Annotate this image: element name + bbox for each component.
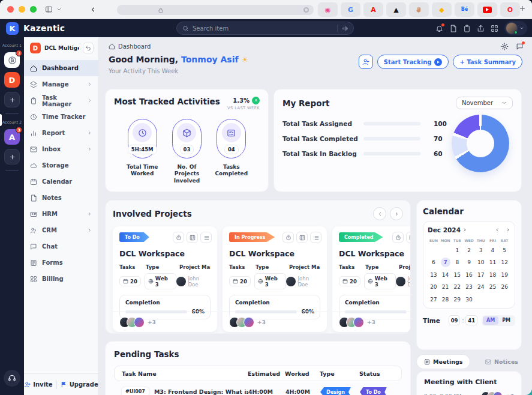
behance-extension-icon[interactable]: Bé bbox=[455, 2, 474, 17]
breadcrumb[interactable]: Dashboard bbox=[109, 43, 151, 50]
calendar-day[interactable]: 11 bbox=[487, 258, 499, 267]
sidebar-item-forms[interactable]: Forms bbox=[24, 255, 98, 271]
apps-grid-button[interactable] bbox=[491, 25, 498, 32]
documents-button[interactable] bbox=[449, 25, 457, 32]
calendar-day[interactable]: 13 bbox=[428, 270, 440, 280]
calendar-day[interactable]: 5 bbox=[498, 246, 510, 255]
project-card-0[interactable]: To Do DCL Workspace Tasks Type Project M… bbox=[113, 226, 217, 332]
calendar-day[interactable]: 1 bbox=[451, 246, 463, 255]
adobe-extension-icon[interactable]: A bbox=[363, 2, 383, 17]
month-dropdown[interactable]: November bbox=[456, 97, 513, 109]
calendar-day-selected[interactable]: 7 bbox=[441, 258, 450, 267]
calendar-day[interactable]: 24 bbox=[475, 282, 487, 292]
zoom-window-button[interactable] bbox=[30, 6, 37, 13]
back-button[interactable] bbox=[89, 6, 97, 13]
add-workspace-button-2[interactable] bbox=[4, 149, 20, 164]
pm-option[interactable]: PM bbox=[498, 316, 514, 325]
workspace-switcher[interactable]: D DCL Multigent... bbox=[24, 37, 98, 58]
calendar-day[interactable]: 20 bbox=[428, 282, 440, 292]
kanban-button[interactable] bbox=[296, 232, 308, 243]
youtube-extension-icon[interactable] bbox=[477, 2, 497, 17]
calendar-day[interactable]: 22 bbox=[451, 282, 463, 292]
calendar-day[interactable]: 17 bbox=[475, 270, 487, 280]
list-button[interactable] bbox=[200, 232, 212, 243]
account-dcl-button[interactable]: D bbox=[4, 72, 20, 88]
sidebar-item-inbox[interactable]: Inbox bbox=[24, 141, 98, 157]
add-workspace-button-1[interactable] bbox=[4, 92, 20, 107]
sidebar-item-time-tracker[interactable]: Time Tracker bbox=[24, 109, 98, 125]
calendar-day[interactable]: 30 bbox=[463, 295, 475, 304]
timer-button[interactable] bbox=[282, 232, 294, 243]
sidebar-item-task-manager[interactable]: Task Manager bbox=[24, 92, 98, 109]
feedback-button[interactable] bbox=[516, 43, 524, 50]
projects-prev-button[interactable] bbox=[373, 207, 386, 220]
google-extension-icon[interactable]: G bbox=[341, 2, 360, 17]
calendar-prev-button[interactable] bbox=[495, 228, 500, 232]
mountain-extension-icon[interactable]: ▲ bbox=[386, 2, 406, 17]
share-button[interactable] bbox=[477, 25, 485, 32]
tab-notices[interactable]: Notices bbox=[485, 358, 518, 365]
task-summary-button[interactable]: + Task Summary bbox=[453, 55, 522, 69]
voice-search-icon[interactable] bbox=[342, 25, 348, 32]
calendar-day[interactable]: 25 bbox=[487, 282, 499, 292]
calendar-day[interactable]: 29 bbox=[451, 295, 463, 304]
calendar-day[interactable]: 3 bbox=[475, 246, 487, 255]
calendar-day[interactable]: 6 bbox=[428, 258, 440, 267]
calendar-day[interactable]: 10 bbox=[475, 258, 487, 267]
calendar-day[interactable]: 27 bbox=[428, 295, 440, 304]
collapse-sidebar-button[interactable] bbox=[83, 43, 94, 53]
browser-sidebar-toggle[interactable] bbox=[45, 5, 53, 13]
calendar-day[interactable]: 16 bbox=[463, 270, 475, 280]
list-button[interactable] bbox=[310, 232, 321, 243]
sidebar-item-calendar[interactable]: Calendar bbox=[24, 173, 98, 190]
calendar-day[interactable]: 19 bbox=[498, 270, 510, 280]
am-option[interactable]: AM bbox=[483, 316, 498, 325]
calendar-day[interactable]: 18 bbox=[487, 270, 499, 280]
sidebar-item-notes[interactable]: Notes bbox=[24, 190, 98, 206]
invite-button[interactable]: Invite bbox=[24, 381, 52, 388]
meeting-card[interactable]: Meeting with Client 8:00 -8:00 PM +3 bbox=[416, 371, 522, 395]
kanban-button[interactable] bbox=[187, 232, 198, 243]
projects-next-button[interactable] bbox=[390, 207, 403, 220]
calendar-day[interactable]: 14 bbox=[440, 270, 452, 280]
search-input[interactable] bbox=[193, 25, 337, 32]
calendar-next-button[interactable] bbox=[506, 228, 510, 232]
calendar-day[interactable]: 15 bbox=[451, 270, 463, 280]
pending-task-row[interactable]: #UI007 M3: Frontend Design: What is Mix … bbox=[114, 381, 402, 395]
calendar-day[interactable]: 26 bbox=[498, 282, 510, 292]
calendar-day[interactable]: 4 bbox=[487, 246, 499, 255]
calendar-day[interactable]: 2 bbox=[463, 246, 475, 255]
dribbble-extension-icon[interactable]: ◉ bbox=[318, 2, 338, 17]
user-menu[interactable] bbox=[504, 21, 527, 35]
app-logo[interactable]: K bbox=[6, 22, 19, 35]
hand-extension-icon[interactable] bbox=[409, 2, 429, 17]
sidebar-item-billing[interactable]: Billing bbox=[24, 271, 98, 287]
opera-extension-icon[interactable]: O bbox=[500, 2, 520, 17]
tab-meetings[interactable]: Meetings bbox=[416, 354, 470, 369]
sidebar-item-storage[interactable]: Storage bbox=[24, 157, 98, 173]
tab-group-chevron-icon[interactable] bbox=[56, 7, 62, 12]
settings-button[interactable] bbox=[501, 43, 509, 50]
sidebar-item-crm[interactable]: CRM bbox=[24, 222, 98, 238]
minute-input[interactable]: 41 bbox=[465, 315, 477, 325]
add-member-button[interactable] bbox=[359, 55, 373, 69]
calendar-month[interactable]: Dec 2024 bbox=[428, 226, 461, 234]
start-tracking-button[interactable]: Start Tracking bbox=[377, 55, 449, 69]
hour-input[interactable]: 09 bbox=[449, 315, 461, 325]
kanban-button[interactable] bbox=[406, 232, 411, 243]
close-window-button[interactable] bbox=[7, 6, 14, 13]
calendar-day[interactable]: 12 bbox=[498, 258, 510, 267]
sidebar-item-manage[interactable]: Manage bbox=[24, 76, 98, 92]
global-search[interactable] bbox=[176, 22, 354, 35]
sketch-extension-icon[interactable]: ◆ bbox=[432, 2, 452, 17]
sidebar-item-chat[interactable]: Chat bbox=[24, 238, 98, 255]
timer-button[interactable] bbox=[392, 232, 404, 243]
project-card-2[interactable]: Completed DCL Workspace Tasks Type Proje… bbox=[332, 226, 411, 332]
timer-button[interactable] bbox=[173, 232, 184, 243]
new-tab-button[interactable] bbox=[519, 5, 526, 12]
sidebar-item-dashboard[interactable]: Dashboard bbox=[24, 60, 98, 76]
support-button[interactable] bbox=[4, 370, 20, 387]
calendar-day[interactable]: 28 bbox=[440, 295, 452, 304]
project-card-1[interactable]: In Progress DCL Workspace Tasks Type Pro… bbox=[223, 226, 327, 332]
account-bitcoin-button[interactable]: 3 bbox=[4, 52, 20, 68]
